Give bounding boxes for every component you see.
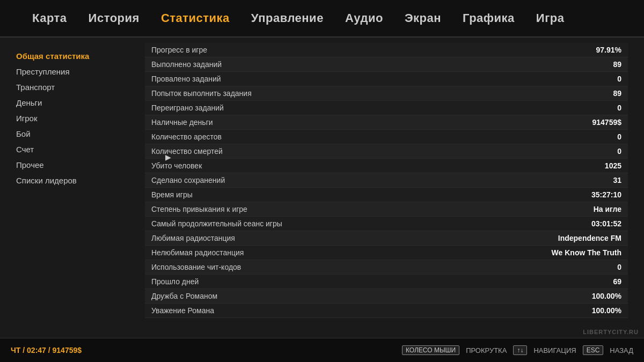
main-content: Общая статистикаПреступленияТранспортДен… bbox=[0, 38, 644, 338]
stat-label: Выполнено заданий bbox=[151, 60, 525, 69]
stat-label: Количество смертей bbox=[151, 147, 525, 156]
stat-row: Дружба с Романом100.00% bbox=[145, 289, 628, 304]
sidebar-item-списки-лидеров[interactable]: Списки лидеров bbox=[16, 173, 123, 188]
stat-value: We Know The Truth bbox=[525, 248, 621, 257]
stat-value: 0 bbox=[525, 104, 621, 112]
sidebar-item-общая-статистика[interactable]: Общая статистика bbox=[16, 48, 123, 64]
stat-row: Нелюбимая радиостанцияWe Know The Truth bbox=[145, 246, 628, 260]
stat-value: 97.91% bbox=[525, 46, 621, 54]
stat-label: Количество арестов bbox=[151, 132, 525, 141]
scroll-key-badge: КОЛЕСО МЫШИ bbox=[402, 345, 459, 355]
stat-label: Использование чит-кодов bbox=[151, 263, 525, 271]
controls-help: КОЛЕСО МЫШИ ПРОКРУТКА ↑↓ НАВИГАЦИЯ ESC Н… bbox=[402, 345, 633, 355]
stat-label: Переиграно заданий bbox=[151, 104, 525, 112]
stat-row: Время игры35:27:10 bbox=[145, 188, 628, 202]
nav-item-игра[interactable]: Игра bbox=[536, 11, 565, 25]
stat-value: 31 bbox=[525, 176, 621, 184]
status-text: ЧТ / 02:47 / 914759$ bbox=[11, 346, 82, 354]
stat-label: Прошло дней bbox=[151, 277, 525, 286]
bottom-bar: ЧТ / 02:47 / 914759$ КОЛЕСО МЫШИ ПРОКРУТ… bbox=[0, 338, 644, 362]
stat-row: Сделано сохранений31 bbox=[145, 173, 628, 188]
stat-value: 0 bbox=[525, 75, 621, 83]
stat-row: Прогресс в игре97.91% bbox=[145, 43, 628, 57]
nav-item-карта[interactable]: Карта bbox=[32, 11, 67, 25]
stats-panel: Прогресс в игре97.91%Выполнено заданий89… bbox=[140, 38, 644, 338]
nav-item-история[interactable]: История bbox=[89, 11, 140, 25]
stat-label: Убито человек bbox=[151, 161, 525, 170]
stat-value: 1025 bbox=[525, 161, 621, 170]
sidebar-item-транспорт[interactable]: Транспорт bbox=[16, 79, 123, 95]
stat-label: Дружба с Романом bbox=[151, 292, 525, 300]
stat-value: 100.00% bbox=[525, 306, 621, 315]
nav-label: НАВИГАЦИЯ bbox=[533, 346, 576, 354]
nav-keys-badge: ↑↓ bbox=[513, 345, 527, 355]
stat-row: Использование чит-кодов0 bbox=[145, 260, 628, 275]
stat-row: Провалено заданий0 bbox=[145, 72, 628, 86]
stat-label: Время игры bbox=[151, 190, 525, 199]
stat-row: Прошло дней69 bbox=[145, 275, 628, 289]
stat-value: 69 bbox=[525, 277, 621, 286]
stat-label: Прогресс в игре bbox=[151, 46, 525, 54]
stat-row: Переиграно заданий0 bbox=[145, 101, 628, 115]
stat-label: Нелюбимая радиостанция bbox=[151, 248, 525, 257]
sidebar-item-бой[interactable]: Бой bbox=[16, 126, 123, 142]
stat-label: Сделано сохранений bbox=[151, 176, 525, 184]
nav-item-экран[interactable]: Экран bbox=[405, 11, 441, 25]
stat-value: 100.00% bbox=[525, 292, 621, 300]
stat-value: 03:01:52 bbox=[525, 219, 621, 228]
stat-label: Степень привыкания к игре bbox=[151, 205, 525, 213]
stat-label: Любимая радиостанция bbox=[151, 234, 525, 242]
stat-label: Провалено заданий bbox=[151, 75, 525, 83]
stat-value: 89 bbox=[525, 60, 621, 69]
stat-row: Попыток выполнить задания89 bbox=[145, 86, 628, 101]
stat-row: Количество арестов0 bbox=[145, 130, 628, 144]
nav-item-аудио[interactable]: Аудио bbox=[345, 11, 383, 25]
nav-item-управление[interactable]: Управление bbox=[251, 11, 324, 25]
stat-value: 914759$ bbox=[525, 118, 621, 127]
watermark: LIBERTYCITY.RU bbox=[583, 329, 639, 335]
stat-value: 35:27:10 bbox=[525, 190, 621, 199]
stat-value: На игле bbox=[525, 205, 621, 213]
stat-value: 0 bbox=[525, 263, 621, 271]
stat-label: Попыток выполнить задания bbox=[151, 89, 525, 98]
stat-value: Independence FM bbox=[525, 234, 621, 242]
scroll-label: ПРОКРУТКА bbox=[466, 346, 507, 354]
sidebar-item-счет[interactable]: Счет bbox=[16, 142, 123, 157]
sidebar-item-деньги[interactable]: Деньги bbox=[16, 95, 123, 110]
sidebar: Общая статистикаПреступленияТранспортДен… bbox=[0, 38, 140, 338]
sidebar-item-игрок[interactable]: Игрок bbox=[16, 110, 123, 126]
stat-value: 0 bbox=[525, 147, 621, 156]
stat-row: Наличные деньги914759$ bbox=[145, 115, 628, 130]
back-label: НАЗАД bbox=[610, 346, 633, 354]
nav-item-статистика[interactable]: Статистика bbox=[161, 11, 230, 25]
cursor-indicator: ▶ bbox=[165, 153, 171, 161]
stat-row: Степень привыкания к игреНа игле bbox=[145, 202, 628, 217]
stat-row: Уважение Романа100.00% bbox=[145, 304, 628, 318]
stat-label: Уважение Романа bbox=[151, 306, 525, 315]
back-key-badge: ESC bbox=[583, 345, 604, 355]
stat-row: Любимая радиостанцияIndependence FM bbox=[145, 231, 628, 246]
stat-row: Выполнено заданий89 bbox=[145, 57, 628, 72]
stat-value: 0 bbox=[525, 132, 621, 141]
nav-item-графика[interactable]: Графика bbox=[463, 11, 515, 25]
stat-label: Самый продолжительный сеанс игры bbox=[151, 219, 525, 228]
stat-value: 89 bbox=[525, 89, 621, 98]
stat-row: Убито человек1025 bbox=[145, 159, 628, 173]
stat-row: Количество смертей0 bbox=[145, 144, 628, 159]
top-nav: КартаИсторияСтатистикаУправлениеАудиоЭкр… bbox=[0, 0, 644, 38]
sidebar-item-преступления[interactable]: Преступления bbox=[16, 64, 123, 79]
sidebar-item-прочее[interactable]: Прочее bbox=[16, 157, 123, 173]
stat-label: Наличные деньги bbox=[151, 118, 525, 127]
stat-row: Самый продолжительный сеанс игры03:01:52 bbox=[145, 217, 628, 231]
